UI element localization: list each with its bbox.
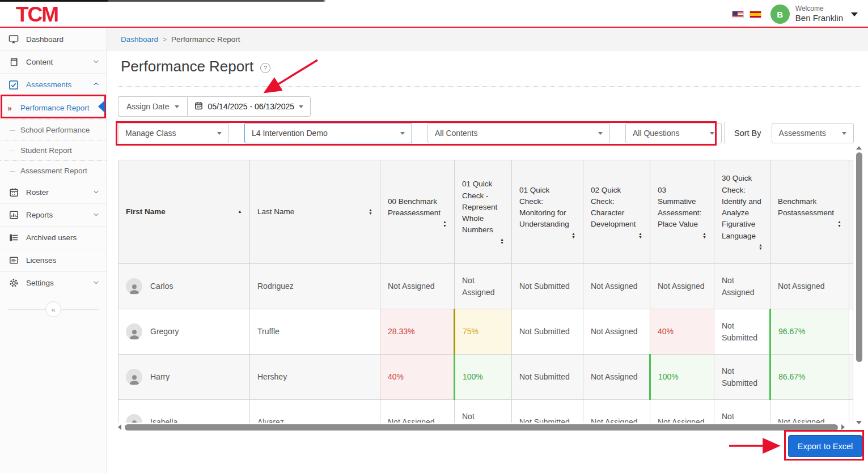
- score-cell: 75%: [455, 309, 512, 355]
- sidebar-item-label: Licenses: [26, 256, 100, 265]
- sidebar-item-assessments[interactable]: Assessments: [0, 73, 107, 96]
- sidebar-collapse-button[interactable]: «: [45, 301, 61, 317]
- column-header[interactable]: 02 Quick Check: Character Development▲▼: [583, 160, 650, 264]
- score-cell: Not Assigned: [714, 400, 770, 423]
- class-select-value: L4 Intervention Demo: [252, 129, 328, 138]
- score-cell: 100%: [650, 355, 714, 400]
- monitor-icon: [9, 34, 19, 44]
- column-header[interactable]: Last Name▲▼: [250, 160, 380, 264]
- column-label: 01 Quick Check: Monitoring for Understan…: [519, 185, 575, 231]
- user-avatar[interactable]: B: [770, 5, 790, 24]
- bar-chart-icon: [9, 210, 19, 220]
- language-us-flag-icon[interactable]: [732, 11, 744, 18]
- caret-down-icon: [175, 105, 179, 108]
- column-header[interactable]: 01 Quick Check: Monitoring for Understan…: [512, 160, 583, 264]
- sort-by-label: Sort By: [734, 129, 761, 138]
- score-cell: 100%: [455, 355, 512, 400]
- breadcrumb-dashboard-link[interactable]: Dashboard: [121, 35, 158, 44]
- column-header[interactable]: 30 Quick Check: Identify and Analyze Fig…: [714, 160, 770, 264]
- contents-dropdown[interactable]: All Contents: [427, 123, 610, 143]
- first-name-cell: Isabella: [118, 400, 250, 423]
- score-cell: Not Submitted: [512, 400, 583, 423]
- page: TCM B Welcome Ben Franklin Dashboard Con…: [0, 0, 868, 473]
- score-cell: Not Assigned: [650, 400, 714, 423]
- score-cell: Not Assigned: [583, 400, 650, 423]
- assign-date-dropdown[interactable]: Assign Date: [118, 96, 187, 117]
- sidebar-item-archived-users[interactable]: Archived users: [0, 226, 107, 249]
- export-to-excel-button[interactable]: Export to Excel: [788, 435, 862, 457]
- column-label: 03 Summative Assessment: Place Value: [658, 185, 706, 231]
- score-cell: Not Assigned: [455, 264, 512, 309]
- sidebar-item-performance-report[interactable]: » Performance Report: [0, 96, 107, 120]
- sidebar-subitem-label: Assessment Report: [20, 167, 87, 175]
- sidebar-subitem-label: School Performance: [20, 126, 90, 134]
- horizontal-scrollbar[interactable]: [118, 424, 853, 431]
- scroll-right-arrow-icon[interactable]: [841, 424, 845, 430]
- student-avatar-icon: [126, 323, 142, 340]
- sidebar-item-school-performance[interactable]: School Performance: [0, 120, 107, 140]
- column-header[interactable]: Benchmark Postassessment▲▼: [770, 160, 849, 264]
- last-name-cell: Rodriguez: [250, 264, 380, 309]
- column-header[interactable]: 00 Benchmark Preassessment▲▼: [380, 160, 455, 264]
- sidebar-item-label: Roster: [26, 188, 92, 197]
- score-cell: 28.33%: [380, 309, 455, 355]
- language-es-flag-icon[interactable]: [750, 11, 761, 18]
- manage-class-dropdown[interactable]: Manage Class: [118, 123, 229, 143]
- vertical-scrollbar-thumb[interactable]: [856, 152, 862, 362]
- column-label: 02 Quick Check: Character Development: [591, 185, 642, 231]
- scroll-down-arrow-icon[interactable]: [856, 421, 862, 424]
- score-cell: Not Assigned: [380, 400, 455, 423]
- calendar-icon: [194, 101, 203, 112]
- score-cell: Not Assigned: [650, 264, 714, 309]
- date-range-picker[interactable]: 05/14/2025 - 06/13/2025: [187, 96, 311, 117]
- caret-down-icon: [217, 132, 222, 135]
- vertical-scrollbar[interactable]: [856, 146, 862, 424]
- student-avatar-icon: [126, 414, 142, 423]
- active-item-marker-icon: »: [7, 104, 12, 113]
- sidebar-item-licenses[interactable]: Licenses: [0, 249, 107, 271]
- date-range-value: 05/14/2025 - 06/13/2025: [208, 102, 294, 111]
- user-menu-caret-icon[interactable]: [851, 12, 858, 16]
- sidebar-item-student-report[interactable]: Student Report: [0, 140, 107, 160]
- column-label: 30 Quick Check: Identify and Analyze Fig…: [722, 173, 763, 242]
- app-logo[interactable]: TCM: [16, 4, 58, 25]
- column-label: Benchmark Postassessment: [778, 196, 841, 219]
- help-icon[interactable]: ?: [260, 63, 270, 73]
- sidebar-item-settings[interactable]: Settings: [0, 271, 107, 294]
- sidebar-item-roster[interactable]: Roster: [0, 181, 107, 203]
- sidebar-item-content[interactable]: Content: [0, 50, 107, 73]
- page-title: Performance Report: [121, 58, 253, 75]
- column-header[interactable]: First Name▲: [118, 160, 250, 264]
- archived-users-icon: [9, 233, 19, 243]
- gear-icon: [9, 278, 19, 288]
- caret-down-icon: [598, 132, 603, 135]
- breadcrumb-separator: >: [163, 36, 167, 44]
- chevron-down-icon: [92, 211, 100, 220]
- first-name-text: Isabella: [150, 416, 177, 423]
- sidebar-item-label: Content: [26, 58, 92, 66]
- table-header-row: First Name▲Last Name▲▼00 Benchmark Preas…: [118, 160, 853, 264]
- score-cell: Not Submitted: [714, 355, 770, 400]
- welcome-block: Welcome Ben Franklin: [795, 5, 843, 24]
- column-header[interactable]: 01 Quick Check - Represent Whole Numbers…: [455, 160, 512, 264]
- sidebar-item-dashboard[interactable]: Dashboard: [0, 28, 107, 50]
- first-name-text: Carlos: [150, 280, 173, 292]
- sort-by-dropdown[interactable]: Assessments: [772, 123, 854, 143]
- sidebar-collapse-row: «: [0, 301, 107, 318]
- caret-down-icon: [299, 105, 303, 108]
- caret-down-icon: [400, 132, 405, 135]
- assign-date-label: Assign Date: [126, 102, 169, 111]
- scroll-up-arrow-icon[interactable]: [856, 146, 862, 150]
- horizontal-scrollbar-thumb[interactable]: [125, 424, 838, 431]
- assign-date-filter: Assign Date 05/14/2025 - 06/13/2025: [118, 96, 311, 117]
- questions-dropdown[interactable]: All Questions: [625, 123, 722, 143]
- last-name-cell: Alvarez: [250, 400, 380, 423]
- column-header[interactable]: 03 Summative Assessment: Place Value▲▼: [650, 160, 714, 264]
- user-name: Ben Franklin: [795, 13, 843, 24]
- sidebar-item-reports[interactable]: Reports: [0, 203, 107, 226]
- sidebar-item-assessment-report[interactable]: Assessment Report: [0, 160, 107, 181]
- class-select-dropdown[interactable]: L4 Intervention Demo: [244, 123, 412, 143]
- scroll-left-arrow-icon[interactable]: [118, 424, 121, 430]
- main-content: Dashboard > Performance Report Performan…: [107, 28, 868, 473]
- questions-value: All Questions: [633, 129, 679, 138]
